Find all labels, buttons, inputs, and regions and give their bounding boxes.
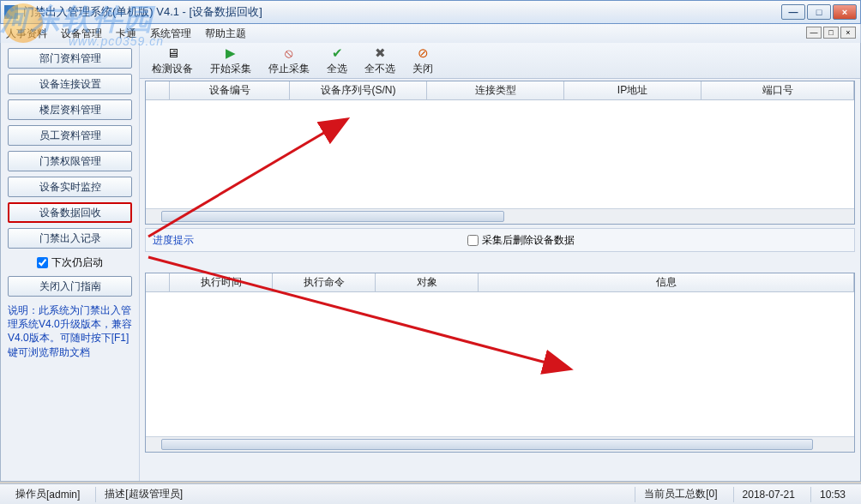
tool-stop-label: 停止采集 bbox=[268, 62, 310, 76]
col-conn-type[interactable]: 连接类型 bbox=[427, 81, 564, 99]
device-grid-header: 设备编号 设备序列号(S/N) 连接类型 IP地址 端口号 bbox=[146, 81, 854, 100]
progress-label: 进度提示 bbox=[153, 233, 194, 248]
sidebar-item-floor[interactable]: 楼层资料管理 bbox=[8, 99, 132, 120]
sidebar-item-data-recycle[interactable]: 设备数据回收 bbox=[8, 202, 132, 223]
sidebar-item-dept[interactable]: 部门资料管理 bbox=[8, 48, 132, 69]
toolbar: 🖥 检测设备 ▶ 开始采集 ⦸ 停止采集 ✔ 全选 ✖ 全不选 ⊘ 关闭 bbox=[140, 43, 860, 79]
log-hscroll-thumb[interactable] bbox=[161, 439, 813, 450]
tool-selectall-label: 全选 bbox=[327, 62, 347, 76]
menu-system[interactable]: 系统管理 bbox=[150, 27, 191, 41]
menu-card[interactable]: 卡通 bbox=[116, 27, 136, 41]
delete-after-collect-check[interactable]: 采集后删除设备数据 bbox=[467, 233, 575, 248]
mdi-minimize-button[interactable]: — bbox=[806, 27, 822, 39]
stop-icon: ⦸ bbox=[281, 45, 297, 61]
window-maximize-button[interactable]: □ bbox=[807, 4, 831, 20]
device-grid: 设备编号 设备序列号(S/N) 连接类型 IP地址 端口号 bbox=[145, 81, 855, 225]
status-operator-label: 操作员 bbox=[15, 487, 46, 501]
status-desc-value: [超级管理员] bbox=[125, 487, 183, 501]
col-serial[interactable]: 设备序列号(S/N) bbox=[290, 81, 427, 99]
delete-after-checkbox[interactable] bbox=[467, 235, 479, 246]
log-col-info[interactable]: 信息 bbox=[479, 273, 854, 291]
sidebar-item-employee[interactable]: 员工资料管理 bbox=[8, 125, 132, 146]
log-grid: 执行时间 执行命令 对象 信息 bbox=[145, 273, 855, 453]
menu-device[interactable]: 设备管理 bbox=[61, 27, 102, 41]
log-col-target[interactable]: 对象 bbox=[376, 273, 479, 291]
statusbar: 操作员 [admin] 描述 [超级管理员] 当前员工总数[0] 2018-07… bbox=[0, 483, 861, 504]
sidebar-item-access-log[interactable]: 门禁出入记录 bbox=[8, 228, 132, 249]
log-grid-body[interactable] bbox=[146, 292, 854, 436]
next-start-checkbox[interactable] bbox=[37, 257, 48, 268]
monitor-icon: 🖥 bbox=[165, 45, 180, 61]
col-ip[interactable]: IP地址 bbox=[564, 81, 701, 99]
status-time: 10:53 bbox=[810, 487, 854, 502]
sidebar-item-access-perm[interactable]: 门禁权限管理 bbox=[8, 151, 132, 171]
col-selector[interactable] bbox=[146, 81, 170, 99]
delete-after-label: 采集后删除设备数据 bbox=[482, 233, 575, 248]
x-icon: ✖ bbox=[372, 45, 388, 61]
tool-close[interactable]: ⊘ 关闭 bbox=[407, 45, 438, 76]
close-icon: ⊘ bbox=[415, 45, 430, 61]
window-title: 门禁出入管理系统(单机版) V4.1 - [设备数据回收] bbox=[23, 4, 781, 20]
device-grid-body[interactable] bbox=[146, 100, 854, 208]
content-area: 🖥 检测设备 ▶ 开始采集 ⦸ 停止采集 ✔ 全选 ✖ 全不选 ⊘ 关闭 bbox=[140, 43, 860, 481]
window-close-button[interactable]: × bbox=[833, 4, 857, 20]
next-start-label: 下次仍启动 bbox=[51, 255, 103, 270]
menu-personnel[interactable]: 人事资料 bbox=[6, 27, 47, 41]
sidebar-item-realtime[interactable]: 设备实时监控 bbox=[8, 177, 132, 197]
tool-select-none[interactable]: ✖ 全不选 bbox=[359, 45, 400, 76]
status-operator: 操作员 [admin] bbox=[7, 487, 88, 502]
log-grid-hscroll[interactable] bbox=[146, 436, 854, 452]
sidebar-next-start-check[interactable]: 下次仍启动 bbox=[8, 254, 132, 271]
status-date: 2018-07-21 bbox=[733, 487, 804, 502]
log-col-time[interactable]: 执行时间 bbox=[170, 273, 273, 291]
menu-help[interactable]: 帮助主题 bbox=[205, 27, 246, 41]
progress-row: 进度提示 采集后删除设备数据 bbox=[145, 228, 855, 252]
tool-select-all[interactable]: ✔ 全选 bbox=[322, 45, 352, 76]
status-desc-label: 描述 bbox=[105, 487, 125, 501]
log-col-selector[interactable] bbox=[146, 273, 170, 291]
sidebar-item-device-conn[interactable]: 设备连接设置 bbox=[8, 74, 132, 94]
mdi-close-button[interactable]: × bbox=[840, 27, 856, 39]
status-desc: 描述 [超级管理员] bbox=[95, 487, 191, 502]
log-grid-header: 执行时间 执行命令 对象 信息 bbox=[146, 273, 854, 292]
app-icon bbox=[4, 5, 18, 19]
tool-selectnone-label: 全不选 bbox=[364, 62, 395, 76]
col-device-no[interactable]: 设备编号 bbox=[170, 81, 290, 99]
menubar: 人事资料 设备管理 卡通 系统管理 帮助主题 bbox=[0, 24, 861, 43]
status-operator-value: [admin] bbox=[46, 489, 80, 501]
tool-detect-label: 检测设备 bbox=[152, 62, 193, 76]
titlebar: 门禁出入管理系统(单机版) V4.1 - [设备数据回收] — □ × bbox=[0, 0, 861, 24]
window-minimize-button[interactable]: — bbox=[781, 4, 805, 20]
mdi-maximize-button[interactable]: □ bbox=[823, 27, 839, 39]
play-icon: ▶ bbox=[223, 45, 238, 61]
tool-start-collect[interactable]: ▶ 开始采集 bbox=[205, 45, 256, 76]
status-emp-count: 当前员工总数[0] bbox=[635, 487, 726, 502]
col-port[interactable]: 端口号 bbox=[701, 81, 854, 99]
sidebar: 部门资料管理 设备连接设置 楼层资料管理 员工资料管理 门禁权限管理 设备实时监… bbox=[1, 43, 140, 481]
check-icon: ✔ bbox=[329, 45, 345, 61]
tool-detect-device[interactable]: 🖥 检测设备 bbox=[147, 45, 198, 76]
log-col-cmd[interactable]: 执行命令 bbox=[273, 273, 376, 291]
sidebar-close-guide[interactable]: 关闭入门指南 bbox=[8, 276, 132, 297]
device-grid-hscroll[interactable] bbox=[146, 208, 854, 224]
tool-stop-collect[interactable]: ⦸ 停止采集 bbox=[263, 45, 315, 76]
sidebar-note: 说明：此系统为门禁出入管理系统V4.0升级版本，兼容V4.0版本。可随时按下[F… bbox=[8, 302, 132, 361]
tool-close-label: 关闭 bbox=[412, 62, 433, 76]
hscroll-thumb[interactable] bbox=[161, 211, 504, 222]
tool-start-label: 开始采集 bbox=[210, 62, 251, 76]
